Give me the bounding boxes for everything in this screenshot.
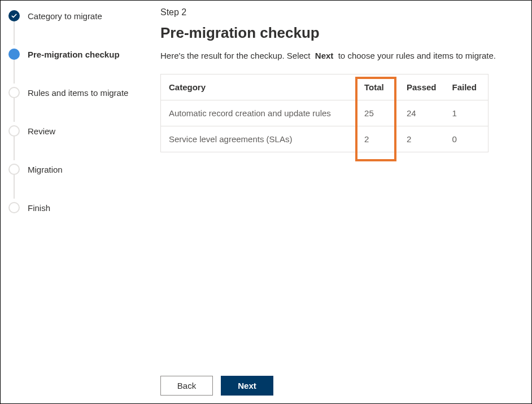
col-header-total: Total	[356, 74, 399, 100]
step-connector	[14, 60, 15, 84]
cell-total: 2	[356, 126, 399, 152]
step-connector	[14, 98, 15, 122]
step-rules-and-items[interactable]: Rules and items to migrate	[8, 83, 150, 102]
cell-passed: 2	[399, 126, 444, 152]
next-button[interactable]: Next	[221, 376, 273, 396]
pending-step-icon	[8, 202, 20, 213]
step-category-to-migrate[interactable]: Category to migrate	[8, 6, 150, 25]
cell-failed: 0	[444, 126, 489, 152]
main-panel: Step 2 Pre-migration checkup Here's the …	[150, 1, 531, 403]
step-label: Migration	[28, 165, 63, 174]
cell-total: 25	[356, 100, 399, 126]
step-label: Finish	[28, 203, 50, 213]
pending-step-icon	[8, 164, 20, 175]
wizard-stepper: Category to migrate Pre-migration checku…	[1, 1, 150, 403]
current-step-icon	[8, 49, 20, 60]
col-header-failed: Failed	[444, 74, 489, 100]
step-label: Pre-migration checkup	[28, 50, 120, 59]
step-indicator: Step 2	[160, 7, 523, 17]
step-migration[interactable]: Migration	[8, 160, 150, 179]
col-header-category: Category	[161, 74, 357, 100]
step-connector	[14, 21, 15, 45]
back-button[interactable]: Back	[160, 376, 213, 396]
step-connector	[14, 175, 15, 199]
step-connector	[14, 137, 15, 160]
table-row[interactable]: Service level agreements (SLAs) 2 2 0	[161, 126, 489, 152]
checkup-table-wrap: Category Total Passed Failed Automatic r…	[160, 74, 523, 152]
wizard-footer: Back Next	[160, 376, 523, 396]
step-finish[interactable]: Finish	[8, 198, 150, 217]
desc-keyword: Next	[315, 51, 334, 60]
step-label: Category to migrate	[28, 11, 102, 21]
cell-category: Automatic record creation and update rul…	[161, 100, 357, 126]
desc-pre: Here's the result for the checkup. Selec…	[160, 51, 313, 60]
col-header-passed: Passed	[399, 74, 444, 100]
cell-passed: 24	[399, 100, 444, 126]
desc-post: to choose your rules and items to migrat…	[336, 51, 496, 60]
cell-failed: 1	[444, 100, 489, 126]
step-label: Rules and items to migrate	[28, 88, 128, 98]
table-header-row: Category Total Passed Failed	[161, 74, 489, 100]
cell-category: Service level agreements (SLAs)	[161, 126, 357, 152]
pending-step-icon	[8, 87, 20, 98]
pending-step-icon	[8, 125, 20, 137]
step-label: Review	[28, 126, 55, 136]
checkmark-icon	[8, 10, 20, 21]
step-review[interactable]: Review	[8, 121, 150, 140]
checkup-table: Category Total Passed Failed Automatic r…	[160, 74, 489, 152]
page-title: Pre-migration checkup	[160, 24, 523, 42]
table-row[interactable]: Automatic record creation and update rul…	[161, 100, 489, 126]
step-pre-migration-checkup[interactable]: Pre-migration checkup	[8, 45, 150, 64]
page-description: Here's the result for the checkup. Selec…	[160, 50, 523, 62]
